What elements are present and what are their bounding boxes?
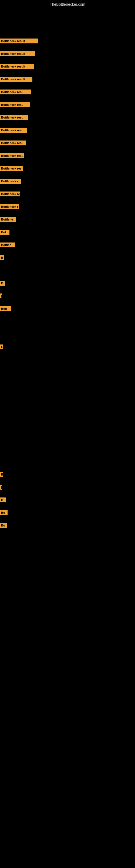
bottleneck-bar: Bottleneck result [0, 51, 35, 56]
bottleneck-bar: Bottleneck result [0, 77, 32, 82]
bottleneck-bar: | [0, 293, 2, 299]
bottleneck-bar: Bottlen [0, 243, 15, 247]
bottleneck-bar: Bott [0, 306, 11, 311]
bottleneck-bar: Bottleneck result [0, 38, 38, 43]
site-title: TheBottlenecker.com [0, 0, 135, 8]
bottleneck-bar: Bottleneck resu [0, 153, 24, 158]
bottleneck-bar: Bottleneck resu [0, 102, 30, 107]
bottleneck-bar: Bottleneck resu [0, 115, 28, 120]
bottleneck-bar: Bottleneck r [0, 204, 19, 209]
bottleneck-bar: Bottleneck result [0, 64, 34, 69]
bottleneck-bar: Bottleneck resu [0, 90, 31, 94]
bottleneck-bar: | [0, 485, 2, 490]
bottleneck-bar: B [0, 281, 5, 286]
bottleneck-bar: Bottleneck r [0, 179, 21, 184]
bottleneck-bar: Bottleneck resu [0, 141, 26, 145]
bottleneck-bar: E [0, 472, 3, 477]
bottleneck-bar: Bottleneck resu [0, 128, 27, 133]
bottleneck-bar: Bo [0, 510, 8, 515]
bottleneck-bar: B [0, 497, 6, 502]
bottleneck-bar: Bottlene [0, 217, 16, 222]
bottleneck-bar: Bottleneck res [0, 166, 23, 171]
bottleneck-bar: E [0, 344, 3, 349]
bottleneck-bar: Bo [0, 523, 7, 528]
bottleneck-bar: Bot [0, 230, 9, 235]
bottleneck-bar: B [0, 255, 4, 260]
bottleneck-bar: Bottleneck re [0, 191, 20, 196]
